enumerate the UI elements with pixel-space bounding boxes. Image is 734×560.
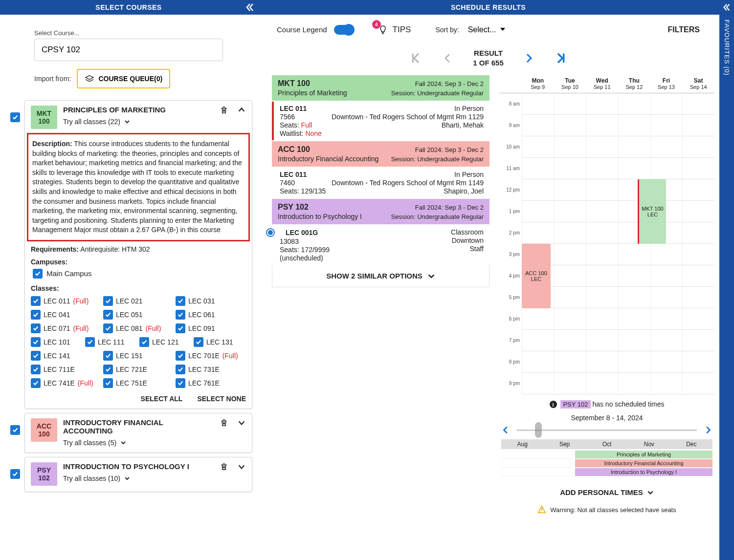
section-header[interactable]: PSY 102Fall 2024: Sep 3 - Dec 2 Introduc…: [272, 199, 489, 224]
term-course-bar[interactable]: Introduction to Psychology I: [575, 468, 712, 476]
import-from-label: Import from:: [34, 75, 71, 83]
prev-week-button[interactable]: [501, 426, 510, 434]
course-include-checkbox[interactable]: [10, 112, 20, 122]
class-checkbox[interactable]: [176, 351, 185, 361]
filters-button[interactable]: FILTERS: [668, 25, 700, 34]
class-option[interactable]: LEC 141: [31, 351, 101, 361]
collapse-left-button[interactable]: [243, 0, 257, 15]
week-slider[interactable]: [517, 430, 697, 431]
class-option[interactable]: LEC 701E (Full): [176, 351, 246, 361]
class-checkbox[interactable]: [31, 351, 41, 361]
class-option[interactable]: LEC 051: [103, 310, 174, 320]
class-option[interactable]: LEC 031: [176, 296, 246, 306]
calendar-day-header: TueSep 10: [554, 75, 586, 93]
class-checkbox[interactable]: [85, 337, 95, 347]
class-option[interactable]: LEC 131: [194, 337, 246, 347]
class-option[interactable]: LEC 751E: [103, 378, 174, 388]
class-option[interactable]: LEC 721E: [103, 365, 174, 374]
class-checkbox[interactable]: [176, 310, 185, 320]
chevron-up-icon[interactable]: [237, 106, 246, 114]
section-body[interactable]: LEC 001G 13083 Seats: 172/9999 (unschedu…: [272, 225, 489, 265]
class-option[interactable]: LEC 711E: [31, 365, 101, 374]
favourites-label[interactable]: FAVOURITES (0): [723, 20, 731, 76]
class-checkbox[interactable]: [103, 351, 113, 361]
course-legend-toggle[interactable]: [334, 25, 354, 35]
class-checkbox[interactable]: [103, 378, 113, 388]
class-checkbox[interactable]: [31, 378, 41, 388]
select-courses-title: SELECT COURSES: [95, 3, 161, 11]
calendar-date-range: September 8 - 14, 2024: [501, 414, 712, 422]
last-result-button[interactable]: [555, 51, 568, 65]
course-queue-button[interactable]: COURSE QUEUE(0): [77, 69, 170, 88]
term-course-bar[interactable]: Introductory Financial Accounting: [575, 459, 712, 467]
course-search-input[interactable]: [34, 39, 223, 61]
class-checkbox[interactable]: [194, 337, 203, 347]
chevron-down-icon[interactable]: [237, 418, 246, 427]
add-personal-times-button[interactable]: ADD PERSONAL TIMES: [501, 488, 712, 496]
class-option[interactable]: LEC 151: [103, 351, 174, 361]
try-all-classes-dropdown[interactable]: Try all classes (22): [63, 118, 214, 126]
trash-icon[interactable]: [220, 106, 228, 114]
term-course-bar[interactable]: Principles of Marketing: [575, 451, 712, 458]
show-similar-button[interactable]: SHOW 2 SIMILAR OPTIONS: [272, 265, 489, 287]
class-option[interactable]: LEC 081 (Full): [103, 323, 174, 333]
class-checkbox[interactable]: [103, 296, 113, 306]
campus-item[interactable]: Main Campus: [33, 269, 246, 279]
collapse-favourites-button[interactable]: [719, 0, 734, 15]
prev-result-button[interactable]: [442, 51, 453, 65]
class-option[interactable]: LEC 741E (Full): [31, 378, 101, 388]
class-checkbox[interactable]: [103, 310, 113, 320]
select-all-button[interactable]: SELECT ALL: [141, 395, 183, 403]
first-result-button[interactable]: [408, 51, 422, 65]
class-checkbox[interactable]: [31, 310, 41, 320]
next-week-button[interactable]: [704, 426, 712, 434]
calendar-event[interactable]: ACC 100LEC: [522, 244, 551, 308]
chevron-down-icon[interactable]: [237, 462, 246, 471]
tips-button[interactable]: 4 TIPS: [378, 25, 411, 35]
class-option[interactable]: LEC 041: [31, 310, 101, 320]
next-result-button[interactable]: [523, 51, 535, 65]
section-body[interactable]: LEC 011 7460 Seats: 129/135 In Person Do…: [272, 168, 489, 198]
class-checkbox[interactable]: [31, 365, 41, 374]
class-checkbox[interactable]: [103, 323, 113, 333]
class-option[interactable]: LEC 761E: [176, 378, 246, 388]
trash-icon[interactable]: [220, 462, 228, 471]
course-card-psy102: PSY 102 INTRODUCTION TO PSYCHOLOGY I Try…: [24, 457, 252, 492]
calendar-grid[interactable]: 8 am9 am10 am11 am12 pm1 pm2 pm3 pm4 pm5…: [499, 93, 714, 394]
class-checkbox[interactable]: [31, 337, 41, 347]
class-checkbox[interactable]: [139, 337, 149, 347]
class-checkbox[interactable]: [31, 323, 41, 333]
course-card-mkt100: MKT 100 PRINCIPLES OF MARKETING Try all …: [24, 100, 252, 409]
class-checkbox[interactable]: [176, 378, 185, 388]
try-all-classes-dropdown[interactable]: Try all classes (10): [63, 474, 214, 482]
class-option[interactable]: LEC 071 (Full): [31, 323, 101, 333]
calendar-time-label: 8 am: [499, 93, 522, 115]
section-header[interactable]: MKT 100Fall 2024: Sep 3 - Dec 2 Principl…: [272, 75, 489, 101]
sortby-select[interactable]: Select...: [466, 23, 506, 36]
class-option[interactable]: LEC 111: [85, 337, 137, 347]
class-checkbox[interactable]: [176, 365, 185, 374]
tips-badge: 4: [372, 20, 381, 29]
class-checkbox[interactable]: [176, 323, 185, 333]
section-header[interactable]: ACC 100Fall 2024: Sep 3 - Dec 2 Introduc…: [272, 141, 489, 167]
week-slider-thumb[interactable]: [535, 422, 542, 438]
try-all-classes-dropdown[interactable]: Try all classes (5): [63, 439, 214, 447]
select-none-button[interactable]: SELECT NONE: [197, 395, 246, 403]
course-include-checkbox[interactable]: [10, 425, 20, 435]
class-checkbox[interactable]: [103, 365, 113, 374]
class-option[interactable]: LEC 011 (Full): [31, 296, 101, 306]
class-option[interactable]: LEC 121: [139, 337, 192, 347]
class-option[interactable]: LEC 101: [31, 337, 83, 347]
class-option[interactable]: LEC 021: [103, 296, 174, 306]
trash-icon[interactable]: [220, 418, 228, 427]
campus-checkbox[interactable]: [33, 269, 43, 279]
course-include-checkbox[interactable]: [10, 469, 20, 479]
section-body[interactable]: LEC 011 7566 Seats: Full Waitlist: None …: [272, 102, 489, 140]
class-option[interactable]: LEC 061: [176, 310, 246, 320]
class-checkbox[interactable]: [31, 296, 41, 306]
class-option[interactable]: LEC 731E: [176, 365, 246, 374]
calendar-event[interactable]: MKT 100LEC: [638, 179, 666, 244]
class-checkbox[interactable]: [176, 296, 185, 306]
class-option[interactable]: LEC 091: [176, 323, 246, 333]
section-radio[interactable]: [266, 228, 275, 237]
